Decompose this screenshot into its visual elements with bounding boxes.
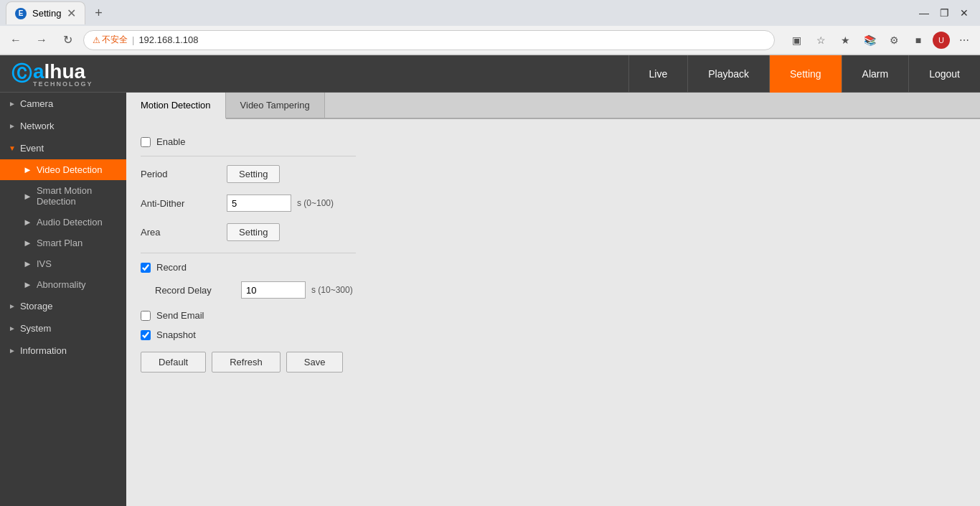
settings-panel: Enable Period Setting Anti-Dither s (0~1… (126, 119, 980, 390)
toolbar-icons: ▣ ☆ ★ 📚 ⚙ ■ U ⋯ (786, 30, 974, 50)
sidebar-label-smart-plan: Smart Plan (37, 238, 83, 248)
restore-button[interactable]: ❐ (934, 3, 954, 23)
divider-1 (141, 156, 356, 156)
nav-live[interactable]: Live (628, 55, 688, 93)
collections-icon[interactable]: 📚 (859, 30, 880, 50)
area-label: Area (141, 227, 227, 238)
back-button[interactable]: ← (6, 30, 26, 50)
snapshot-checkbox[interactable] (141, 330, 151, 340)
sidebar-item-ivs[interactable]: ► IVS (0, 253, 126, 274)
browser-extension-icon[interactable]: ⚙ (884, 30, 904, 50)
nav-playback[interactable]: Playback (687, 55, 769, 93)
send-email-label[interactable]: Send Email (156, 310, 204, 321)
action-buttons: Default Refresh Save (141, 352, 966, 373)
refresh-button[interactable]: ↻ (57, 30, 77, 50)
tab-video-tampering[interactable]: Video Tampering (226, 93, 325, 118)
sidebar-label-network: Network (20, 121, 55, 131)
sidebar-label-video-detection: Video Detection (37, 164, 103, 175)
bookmark-icon[interactable]: ☆ (811, 30, 831, 50)
minimize-button[interactable]: — (914, 3, 934, 23)
sidebar-item-storage[interactable]: ► Storage (0, 295, 126, 317)
sidebar-label-information: Information (20, 345, 67, 356)
tab-bar: E Setting ✕ + — ❐ ✕ (0, 0, 980, 26)
anti-dither-input[interactable] (227, 195, 291, 212)
content-tabs: Motion Detection Video Tampering (126, 93, 980, 119)
period-setting-button[interactable]: Setting (227, 165, 280, 183)
nav-buttons: Live Playback Setting Alarm Logout (628, 55, 980, 93)
anti-dither-row: Anti-Dither s (0~100) (141, 195, 966, 212)
record-delay-hint: s (10~300) (311, 285, 353, 295)
record-checkbox[interactable] (141, 263, 151, 273)
forward-button[interactable]: → (32, 30, 52, 50)
sidebar-item-information[interactable]: ► Information (0, 339, 126, 362)
split-screen-icon[interactable]: ▣ (786, 30, 806, 50)
sidebar-item-event[interactable]: ▼ Event (0, 137, 126, 159)
area-control: Setting (227, 223, 280, 241)
browser-tab[interactable]: E Setting ✕ (6, 1, 85, 24)
anti-dither-control: s (0~100) (227, 195, 334, 212)
sidebar-item-smart-plan[interactable]: ► Smart Plan (0, 233, 126, 253)
sidebar-item-video-detection[interactable]: ► Video Detection (0, 159, 126, 180)
sidebar-item-network[interactable]: ► Network (0, 115, 126, 137)
sidebar-label-smart-motion: Smart Motion Detection (37, 185, 118, 207)
sidebar-item-abnormality[interactable]: ► Abnormality (0, 274, 126, 295)
record-delay-label: Record Delay (155, 285, 241, 296)
arrow-icon: ► (23, 217, 32, 228)
period-row: Period Setting (141, 165, 966, 183)
new-tab-button[interactable]: + (88, 3, 108, 23)
divider-2 (141, 253, 356, 253)
sidebar-label-ivs: IVS (37, 258, 52, 269)
record-row: Record (141, 262, 966, 273)
record-delay-row: Record Delay s (10~300) (141, 281, 966, 299)
arrow-icon: ► (23, 258, 32, 269)
send-email-row: Send Email (141, 310, 966, 321)
snapshot-row: Snapshot (141, 329, 966, 340)
record-delay-control: s (10~300) (241, 281, 353, 299)
enable-label[interactable]: Enable (156, 136, 185, 147)
security-warning: ⚠ 不安全 (93, 34, 128, 46)
main-content: ► Camera ► Network ▼ Event ► Video Detec… (0, 93, 980, 506)
enable-checkbox[interactable] (141, 137, 151, 147)
app-header: Ⓒ alhua TECHNOLOGY Live Playback Setting… (0, 55, 980, 93)
record-delay-input[interactable] (241, 281, 306, 299)
send-email-checkbox[interactable] (141, 311, 151, 321)
nav-setting[interactable]: Setting (769, 55, 842, 93)
arrow-icon: ▼ (9, 144, 16, 152)
sidebar-item-audio-detection[interactable]: ► Audio Detection (0, 212, 126, 233)
sidebar-label-abnormality: Abnormality (37, 279, 86, 290)
arrow-icon: ► (9, 347, 16, 355)
sidebar-label-audio-detection: Audio Detection (37, 217, 103, 228)
default-button[interactable]: Default (141, 352, 206, 373)
snapshot-label[interactable]: Snapshot (156, 329, 196, 340)
sidebar: ► Camera ► Network ▼ Event ► Video Detec… (0, 93, 126, 506)
period-label: Period (141, 169, 227, 179)
nav-alarm[interactable]: Alarm (842, 55, 909, 93)
save-button[interactable]: Save (286, 352, 344, 373)
record-label[interactable]: Record (156, 262, 187, 273)
tab-close-button[interactable]: ✕ (67, 8, 76, 19)
nav-logout[interactable]: Logout (908, 55, 980, 93)
content-area: Motion Detection Video Tampering Enable … (126, 93, 980, 506)
more-options-icon[interactable]: ⋯ (954, 30, 974, 50)
sidebar-item-system[interactable]: ► System (0, 317, 126, 339)
close-button[interactable]: ✕ (954, 3, 974, 23)
window-controls: — ❐ ✕ (914, 3, 974, 23)
refresh-button[interactable]: Refresh (212, 352, 281, 373)
address-input[interactable]: ⚠ 不安全 | 192.168.1.108 (83, 30, 775, 50)
tab-favicon: E (15, 8, 27, 19)
tab-motion-detection[interactable]: Motion Detection (126, 93, 226, 119)
arrow-icon: ► (23, 191, 32, 202)
logo-text: alhua TECHNOLOGY (33, 60, 93, 88)
anti-dither-hint: s (0~100) (297, 198, 334, 208)
logo: Ⓒ alhua TECHNOLOGY (11, 60, 93, 88)
arrow-icon: ► (9, 100, 16, 108)
app-container: Ⓒ alhua TECHNOLOGY Live Playback Setting… (0, 55, 980, 506)
arrow-icon: ► (23, 238, 32, 248)
edge-icon[interactable]: ■ (908, 30, 928, 50)
sidebar-item-smart-motion[interactable]: ► Smart Motion Detection (0, 180, 126, 212)
sidebar-item-camera[interactable]: ► Camera (0, 93, 126, 115)
profile-icon[interactable]: U (933, 32, 950, 49)
favorites-icon[interactable]: ★ (835, 30, 855, 50)
anti-dither-label: Anti-Dither (141, 198, 227, 209)
area-setting-button[interactable]: Setting (227, 223, 280, 241)
